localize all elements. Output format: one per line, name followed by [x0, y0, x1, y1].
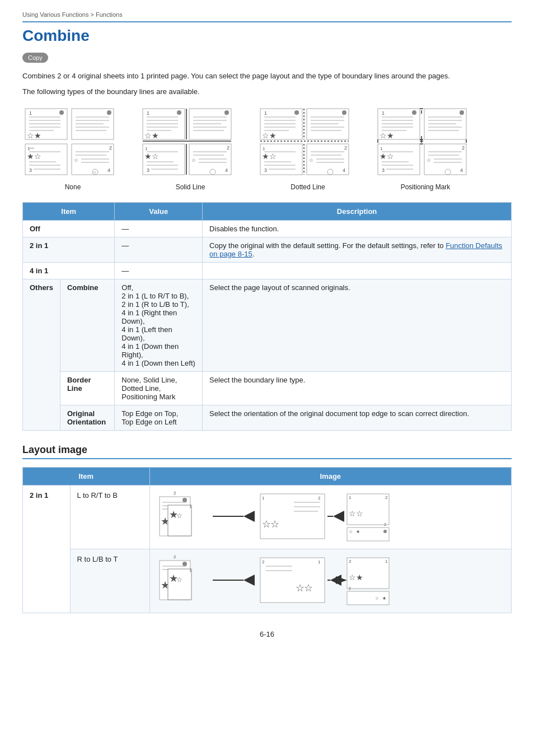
svg-text:☆: ☆ [349, 573, 356, 582]
svg-point-118 [412, 110, 416, 115]
row-combine-desc: Select the page layout of scanned origin… [203, 279, 512, 372]
row-borderline-subitem: Border Line [60, 372, 114, 405]
row-off-desc: Disables the function. [203, 221, 512, 237]
svg-text:1: 1 [264, 110, 267, 116]
table-row-4in1: 4 in 1 — [23, 263, 512, 279]
svg-text:☆: ☆ [270, 519, 279, 530]
boundary-diagrams-section: 1 ☆★ 2 [22, 106, 512, 191]
row-orientation-value: Top Edge on Top, Top Edge on Left [115, 405, 203, 431]
layout-table: Item Image 2 in 1 L to R/T to B 2 [22, 467, 512, 613]
diagram-solid: 1 ☆★ 2 1 [140, 106, 241, 191]
svg-point-89 [342, 110, 346, 115]
layout-row-rtl: R to L/B to T 2 ★ ☆ 1 ★ ☆ [23, 549, 512, 613]
svg-text:2: 2 [344, 145, 347, 151]
main-table: Item Value Description Off — Disables th… [22, 202, 512, 431]
svg-text:4: 4 [107, 167, 110, 173]
row-off-item: Off [23, 221, 115, 237]
svg-text:★☆: ★☆ [380, 152, 394, 161]
layout-rtl-image: 2 ★ ☆ 1 ★ ☆ [149, 549, 511, 613]
layout-table-header-item: Item [23, 468, 150, 486]
svg-text:2: 2 [384, 522, 386, 526]
svg-text:☆: ☆ [176, 512, 182, 520]
rtl-diagram: 2 ★ ☆ 1 ★ ☆ [157, 555, 392, 605]
svg-text:1: 1 [145, 146, 148, 151]
intro-paragraph-2: The following types of the boundary line… [22, 86, 512, 97]
solid-diagram-svg: 1 ☆★ 2 1 [140, 106, 241, 179]
row-others-item: Others [23, 279, 60, 431]
svg-text:☆★: ☆★ [144, 131, 159, 140]
layout-image-section: Layout image Item Image 2 in 1 L to R/T … [22, 444, 512, 613]
svg-text:2: 2 [262, 559, 265, 564]
svg-point-155 [182, 498, 187, 502]
none-diagram-svg: 1 ☆★ 2 [22, 106, 123, 179]
svg-text:1: 1 [263, 146, 265, 151]
svg-text:2: 2 [318, 496, 321, 501]
svg-text:☆: ☆ [375, 596, 379, 601]
svg-point-52 [224, 110, 229, 115]
svg-text:1: 1 [27, 146, 30, 151]
svg-text:1: 1 [318, 559, 321, 564]
svg-point-44 [177, 110, 181, 115]
row-combine-subitem: Combine [60, 279, 114, 372]
table-row-border-line: Border Line None, Solid Line, Dotted Lin… [23, 372, 512, 405]
main-table-header-value: Value [115, 203, 203, 221]
svg-text:★☆: ★☆ [27, 152, 41, 161]
layout-row-ltr: 2 in 1 L to R/T to B 2 ★ ☆ [23, 486, 512, 549]
svg-text:☆: ☆ [296, 582, 305, 594]
svg-text:☆: ☆ [349, 529, 353, 534]
svg-text:2: 2 [349, 559, 352, 564]
svg-text:3: 3 [29, 167, 32, 173]
layout-2in1-label: 2 in 1 [23, 486, 71, 613]
page-number: 6-16 [22, 630, 512, 638]
svg-text:2: 2 [349, 586, 351, 590]
copy-badge: Copy [22, 53, 48, 63]
svg-marker-165 [243, 511, 255, 522]
dotted-diagram-svg: 1 ☆★ 2 1 [257, 106, 358, 179]
svg-rect-182 [347, 528, 389, 541]
layout-section-title: Layout image [22, 444, 512, 459]
svg-text:3: 3 [264, 167, 267, 173]
svg-text:☆: ☆ [262, 519, 271, 530]
svg-text:2: 2 [109, 145, 112, 151]
svg-text:3: 3 [382, 167, 385, 173]
row-4in1-value: — [115, 263, 203, 279]
diagram-none-label: None [65, 183, 81, 191]
row-2in1-desc: Copy the original with the default setti… [203, 237, 512, 263]
row-orientation-desc: Select the orientation of the original d… [203, 405, 512, 431]
svg-text:2: 2 [227, 145, 229, 151]
diagram-none: 1 ☆★ 2 [22, 106, 123, 191]
layout-table-header-image: Image [149, 468, 511, 486]
svg-text:★: ★ [382, 596, 386, 601]
row-4in1-item: 4 in 1 [23, 263, 115, 279]
function-defaults-link[interactable]: Function Defaults on page 8-15 [209, 241, 502, 258]
diagram-solid-label: Solid Line [176, 183, 205, 191]
diagrams-row: 1 ☆★ 2 [22, 106, 512, 191]
svg-text:☆: ☆ [191, 157, 196, 163]
ltr-diagram: 2 ★ ☆ 1 ★ ☆ [157, 491, 392, 542]
svg-text:1: 1 [189, 568, 192, 573]
row-2in1-value: — [115, 237, 203, 263]
svg-text:1: 1 [262, 496, 265, 501]
svg-text:★☆: ★☆ [262, 152, 277, 161]
svg-text:1: 1 [189, 504, 192, 509]
row-4in1-desc [203, 263, 512, 279]
layout-rtl-sublabel: R to L/B to T [70, 549, 149, 613]
svg-text:1: 1 [349, 495, 352, 500]
svg-text:★☆: ★☆ [144, 152, 159, 161]
svg-text:☆: ☆ [304, 582, 313, 594]
row-borderline-value: None, Solid Line, Dotted Line, Positioni… [115, 372, 203, 405]
svg-text:3: 3 [147, 167, 149, 173]
layout-ltr-sublabel: L to R/T to B [70, 486, 149, 549]
svg-text:☆: ☆ [356, 509, 363, 518]
svg-text:1: 1 [382, 110, 385, 116]
svg-text:★: ★ [356, 529, 360, 534]
diagram-dotted: 1 ☆★ 2 1 [257, 106, 358, 191]
diagram-positioning: 1 ☆★ 2 [375, 106, 476, 191]
table-row-original-orientation: Original Orientation Top Edge on Top, To… [23, 405, 512, 431]
svg-text:4: 4 [225, 167, 228, 173]
diagram-positioning-label: Positioning Mark [401, 183, 451, 191]
svg-text:d: d [93, 170, 96, 174]
svg-text:☆: ☆ [309, 157, 313, 163]
table-row-off: Off — Disables the function. [23, 221, 512, 237]
svg-point-81 [294, 110, 299, 115]
